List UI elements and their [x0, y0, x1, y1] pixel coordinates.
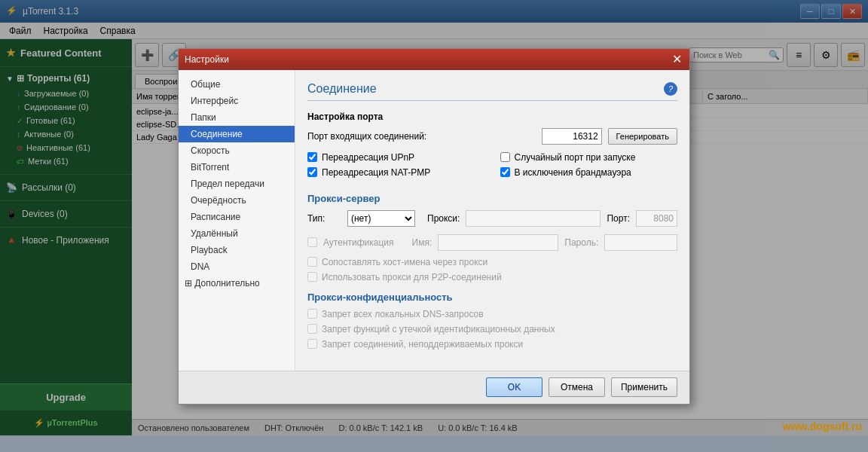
port-checkboxes-left: Переадресация UPnP Переадресация NAT-PMP: [307, 152, 485, 182]
password-input: [604, 234, 677, 251]
proxy-hostnames-checkbox: [307, 257, 317, 267]
proxy-host-input: [466, 210, 601, 227]
upnp-label: Переадресация UPnP: [322, 152, 414, 163]
port-section: Настройка порта Порт входящих соединений…: [307, 111, 677, 182]
natpmp-label: Переадресация NAT-PMP: [322, 167, 430, 178]
nav-general[interactable]: Общие: [179, 76, 295, 93]
nav-transfer-limit[interactable]: Предел передачи: [179, 176, 295, 192]
dialog-overlay: Настройки ✕ Общие Интерфейс Папки Соедин…: [0, 0, 868, 452]
proxy-port-input: [636, 210, 677, 227]
port-label: Порт входящих соединений:: [307, 131, 536, 142]
password-label: Пароль:: [564, 237, 598, 248]
firewall-label: В исключения брандмауэра: [515, 167, 631, 178]
watermark: www.dogsoft.ru: [783, 420, 862, 432]
privacy-leak-row: Запрет функций с утечкой идентификационн…: [307, 324, 677, 334]
proxy-hostnames-label: Сопоставлять хост-имена через прокси: [322, 257, 487, 267]
firewall-checkbox[interactable]: [500, 167, 510, 177]
nav-queue[interactable]: Очерёдность: [179, 192, 295, 209]
nav-advanced[interactable]: ⊞ Дополнительно: [179, 275, 295, 292]
privacy-unsupported-checkbox: [307, 339, 317, 349]
auth-row: Аутентификация Имя: Пароль:: [307, 234, 677, 251]
privacy-section: Прокси-конфиденциальность Запрет всех ло…: [307, 292, 677, 350]
apply-button[interactable]: Применить: [611, 377, 677, 397]
random-port-checkbox-row: Случайный порт при запуске: [500, 152, 678, 163]
dialog-sidebar: Общие Интерфейс Папки Соединение Скорост…: [179, 70, 295, 371]
upnp-checkbox[interactable]: [307, 152, 317, 162]
dialog-footer: OK Отмена Применить: [179, 371, 689, 404]
proxy-type-select[interactable]: (нет) HTTP HTTPS SOCKS4 SOCKS5: [347, 210, 415, 227]
dialog-titlebar: Настройки ✕: [179, 49, 689, 70]
proxy-hostnames-row: Сопоставлять хост-имена через прокси: [307, 257, 677, 267]
proxy-section-label: Прокси-сервер: [307, 193, 677, 204]
privacy-dns-label: Запрет всех локальных DNS-запросов: [322, 309, 484, 319]
privacy-unsupported-label: Запрет соединений, неподдерживаемых прок…: [322, 339, 523, 350]
privacy-leak-checkbox: [307, 324, 317, 334]
cancel-button[interactable]: Отмена: [549, 377, 605, 397]
firewall-checkbox-row: В исключения брандмауэра: [500, 167, 678, 178]
nav-bittorrent[interactable]: BitTorrent: [179, 159, 295, 176]
proxy-p2p-label: Использовать прокси для P2P-соединений: [322, 272, 502, 282]
generate-button[interactable]: Генерировать: [608, 128, 677, 145]
dialog-title: Настройки: [185, 54, 670, 65]
privacy-section-label: Прокси-конфиденциальность: [307, 292, 677, 303]
port-checkboxes: Переадресация UPnP Переадресация NAT-PMP…: [307, 152, 677, 182]
privacy-unsupported-row: Запрет соединений, неподдерживаемых прок…: [307, 339, 677, 350]
settings-dialog: Настройки ✕ Общие Интерфейс Папки Соедин…: [178, 48, 690, 405]
nav-interface[interactable]: Интерфейс: [179, 93, 295, 109]
random-port-checkbox[interactable]: [500, 152, 510, 162]
name-input: [438, 234, 558, 251]
auth-label: Аутентификация: [323, 237, 394, 248]
natpmp-checkbox[interactable]: [307, 167, 317, 177]
port-section-label: Настройка порта: [307, 111, 677, 122]
nav-speed[interactable]: Скорость: [179, 142, 295, 159]
proxy-host-label: Прокси:: [427, 213, 460, 224]
proxy-type-row: Тип: (нет) HTTP HTTPS SOCKS4 SOCKS5 Прок…: [307, 210, 677, 227]
dialog-content: Соединение ? Настройка порта Порт входящ…: [295, 70, 689, 371]
nav-folders[interactable]: Папки: [179, 109, 295, 126]
ok-button[interactable]: OK: [486, 377, 542, 397]
dialog-body: Общие Интерфейс Папки Соединение Скорост…: [179, 70, 689, 371]
port-row: Порт входящих соединений: Генерировать: [307, 128, 677, 145]
port-checkboxes-right: Случайный порт при запуске В исключения …: [500, 152, 678, 182]
privacy-dns-checkbox: [307, 309, 317, 319]
nav-remote[interactable]: Удалённый: [179, 225, 295, 242]
nav-schedule[interactable]: Расписание: [179, 209, 295, 225]
random-port-label: Случайный порт при запуске: [515, 152, 636, 163]
proxy-port-label: Порт:: [607, 213, 630, 224]
dialog-close-button[interactable]: ✕: [670, 53, 683, 66]
name-label: Имя:: [412, 237, 432, 248]
nav-playback[interactable]: Playback: [179, 242, 295, 258]
proxy-p2p-row: Использовать прокси для P2P-соединений: [307, 272, 677, 282]
expand-children-icon: ⊞: [185, 278, 194, 289]
auth-checkbox: [307, 237, 317, 247]
upnp-checkbox-row: Переадресация UPnP: [307, 152, 485, 163]
port-input[interactable]: [542, 128, 602, 145]
natpmp-checkbox-row: Переадресация NAT-PMP: [307, 167, 485, 178]
section-title: Соединение ?: [307, 82, 677, 101]
nav-dna[interactable]: DNA: [179, 258, 295, 275]
privacy-dns-row: Запрет всех локальных DNS-запросов: [307, 309, 677, 319]
proxy-type-label: Тип:: [307, 213, 341, 224]
proxy-p2p-checkbox: [307, 272, 317, 282]
help-icon[interactable]: ?: [664, 82, 677, 96]
nav-connection[interactable]: Соединение: [179, 126, 295, 142]
privacy-leak-label: Запрет функций с утечкой идентификационн…: [322, 324, 555, 334]
proxy-section: Прокси-сервер Тип: (нет) HTTP HTTPS SOCK…: [307, 193, 677, 282]
